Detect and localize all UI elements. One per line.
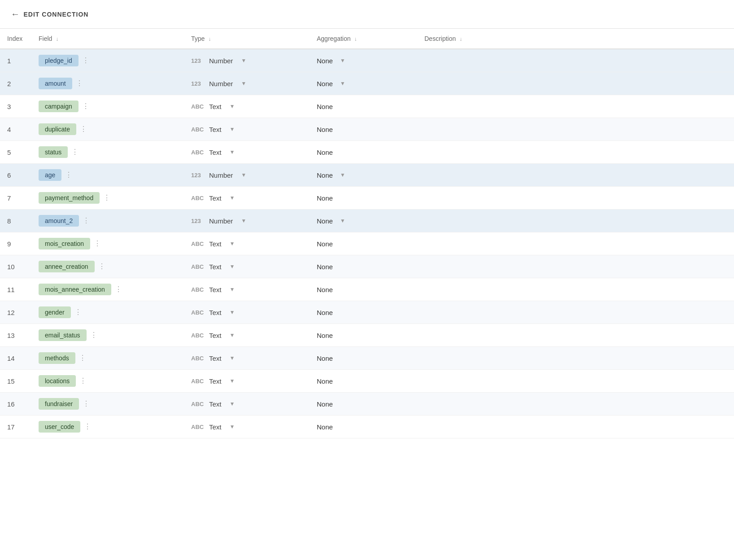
cell-field: age⋮ bbox=[31, 164, 184, 187]
type-icon: ABC bbox=[191, 103, 205, 110]
cell-field: email_status⋮ bbox=[31, 324, 184, 347]
type-dropdown-arrow[interactable]: ▼ bbox=[241, 172, 246, 178]
field-menu-dots[interactable]: ⋮ bbox=[72, 79, 87, 87]
type-dropdown-arrow[interactable]: ▼ bbox=[230, 126, 235, 132]
field-menu-dots[interactable]: ⋮ bbox=[79, 400, 94, 407]
type-dropdown-arrow[interactable]: ▼ bbox=[230, 263, 235, 270]
cell-index: 1 bbox=[0, 49, 31, 72]
field-menu-dots[interactable]: ⋮ bbox=[76, 125, 92, 133]
table-row: 11mois_annee_creation⋮ABCText▼None bbox=[0, 278, 734, 301]
table-row: 7payment_method⋮ABCText▼None bbox=[0, 187, 734, 210]
type-dropdown-arrow[interactable]: ▼ bbox=[241, 218, 246, 224]
table-row: 2amount⋮123Number▼None▼ bbox=[0, 72, 734, 95]
col-header-field[interactable]: Field ↓ bbox=[31, 29, 184, 49]
cell-aggregation: None bbox=[310, 255, 417, 278]
aggregation-label: None bbox=[317, 332, 333, 339]
cell-index: 17 bbox=[0, 416, 31, 438]
field-menu-dots[interactable]: ⋮ bbox=[90, 240, 105, 247]
field-badge: mois_creation bbox=[39, 238, 90, 249]
aggregation-dropdown-arrow[interactable]: ▼ bbox=[340, 80, 345, 87]
type-icon: ABC bbox=[191, 332, 205, 339]
type-dropdown-arrow[interactable]: ▼ bbox=[230, 332, 235, 338]
aggregation-dropdown-arrow[interactable]: ▼ bbox=[340, 57, 345, 64]
type-label: Text bbox=[209, 377, 222, 385]
aggregation-dropdown-arrow[interactable]: ▼ bbox=[340, 172, 345, 178]
field-badge: locations bbox=[39, 375, 76, 387]
field-badge: gender bbox=[39, 306, 71, 318]
field-badge: user_code bbox=[39, 421, 80, 433]
cell-description bbox=[417, 232, 734, 255]
aggregation-label: None bbox=[317, 217, 333, 225]
aggregation-label: None bbox=[317, 80, 333, 88]
field-badge: email_status bbox=[39, 329, 87, 341]
type-label: Text bbox=[209, 263, 222, 271]
type-dropdown-arrow[interactable]: ▼ bbox=[230, 424, 235, 430]
back-button[interactable]: ← EDIT CONNECTION bbox=[11, 9, 88, 19]
type-icon: ABC bbox=[191, 424, 205, 430]
type-dropdown-arrow[interactable]: ▼ bbox=[241, 80, 246, 87]
cell-description bbox=[417, 393, 734, 416]
type-label: Text bbox=[209, 423, 222, 431]
cell-description bbox=[417, 210, 734, 232]
field-menu-dots[interactable]: ⋮ bbox=[61, 171, 77, 179]
cell-description bbox=[417, 278, 734, 301]
cell-description bbox=[417, 324, 734, 347]
type-dropdown-arrow[interactable]: ▼ bbox=[241, 57, 246, 64]
field-menu-dots[interactable]: ⋮ bbox=[79, 217, 94, 224]
field-menu-dots[interactable]: ⋮ bbox=[71, 308, 86, 316]
field-menu-dots[interactable]: ⋮ bbox=[100, 194, 115, 201]
type-dropdown-arrow[interactable]: ▼ bbox=[230, 103, 235, 109]
field-menu-dots[interactable]: ⋮ bbox=[95, 262, 110, 270]
cell-type: ABCText▼ bbox=[184, 118, 310, 141]
field-badge: methods bbox=[39, 352, 75, 364]
field-menu-dots[interactable]: ⋮ bbox=[79, 102, 94, 110]
field-menu-dots[interactable]: ⋮ bbox=[80, 423, 96, 430]
field-menu-dots[interactable]: ⋮ bbox=[76, 377, 91, 385]
cell-aggregation: None bbox=[310, 347, 417, 370]
cell-field: mois_creation⋮ bbox=[31, 232, 184, 255]
field-badge: annee_creation bbox=[39, 261, 95, 272]
cell-index: 14 bbox=[0, 347, 31, 370]
col-header-description[interactable]: Description ↓ bbox=[417, 29, 734, 49]
desc-sort-icon: ↓ bbox=[459, 36, 462, 42]
cell-aggregation: None bbox=[310, 232, 417, 255]
aggregation-label: None bbox=[317, 57, 333, 65]
type-icon: ABC bbox=[191, 309, 205, 316]
type-icon: ABC bbox=[191, 401, 205, 407]
cell-index: 3 bbox=[0, 95, 31, 118]
type-dropdown-arrow[interactable]: ▼ bbox=[230, 286, 235, 293]
field-menu-dots[interactable]: ⋮ bbox=[75, 354, 91, 362]
col-header-type[interactable]: Type ↓ bbox=[184, 29, 310, 49]
cell-description bbox=[417, 95, 734, 118]
field-menu-dots[interactable]: ⋮ bbox=[87, 331, 102, 339]
type-dropdown-arrow[interactable]: ▼ bbox=[230, 401, 235, 407]
aggregation-label: None bbox=[317, 400, 333, 408]
cell-index: 4 bbox=[0, 118, 31, 141]
field-menu-dots[interactable]: ⋮ bbox=[79, 57, 94, 64]
cell-type: ABCText▼ bbox=[184, 416, 310, 438]
cell-aggregation: None bbox=[310, 187, 417, 210]
type-dropdown-arrow[interactable]: ▼ bbox=[230, 195, 235, 201]
type-dropdown-arrow[interactable]: ▼ bbox=[230, 149, 235, 155]
col-header-aggregation[interactable]: Aggregation ↓ bbox=[310, 29, 417, 49]
cell-type: ABCText▼ bbox=[184, 324, 310, 347]
table-row: 6age⋮123Number▼None▼ bbox=[0, 164, 734, 187]
cell-type: ABCText▼ bbox=[184, 301, 310, 324]
cell-field: campaign⋮ bbox=[31, 95, 184, 118]
cell-aggregation: None bbox=[310, 370, 417, 393]
table-row: 3campaign⋮ABCText▼None bbox=[0, 95, 734, 118]
cell-field: gender⋮ bbox=[31, 301, 184, 324]
type-dropdown-arrow[interactable]: ▼ bbox=[230, 378, 235, 384]
cell-aggregation: None▼ bbox=[310, 49, 417, 72]
aggregation-label: None bbox=[317, 240, 333, 248]
field-menu-dots[interactable]: ⋮ bbox=[68, 148, 83, 156]
cell-description bbox=[417, 347, 734, 370]
cell-aggregation: None▼ bbox=[310, 210, 417, 232]
type-icon: ABC bbox=[191, 355, 205, 362]
field-badge: payment_method bbox=[39, 192, 100, 204]
aggregation-dropdown-arrow[interactable]: ▼ bbox=[340, 218, 345, 224]
type-dropdown-arrow[interactable]: ▼ bbox=[230, 309, 235, 315]
field-menu-dots[interactable]: ⋮ bbox=[111, 285, 127, 293]
type-dropdown-arrow[interactable]: ▼ bbox=[230, 355, 235, 361]
type-dropdown-arrow[interactable]: ▼ bbox=[230, 241, 235, 247]
